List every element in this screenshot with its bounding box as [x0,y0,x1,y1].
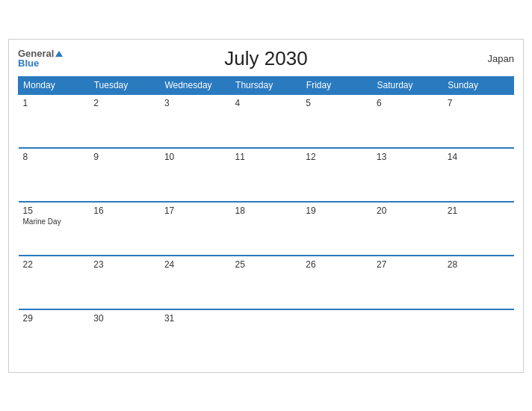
day-number: 26 [306,259,368,270]
day-number: 17 [164,206,226,216]
day-number: 4 [235,98,297,108]
day-number: 8 [23,152,85,162]
day-cell: 27 [372,256,443,309]
day-cell: 4 [231,94,302,148]
day-cell: 28 [443,256,514,309]
header-tuesday: Tuesday [89,76,160,94]
day-cell: 15Marine Day [19,202,90,256]
day-cell: 10 [160,148,231,202]
day-cell: 7 [443,94,514,148]
week-row-4: 22232425262728 [19,256,514,309]
day-cell [231,309,302,363]
day-cell: 17 [160,202,231,256]
day-number: 21 [448,206,510,216]
day-cell: 29 [19,309,90,363]
day-cell: 25 [231,256,302,309]
day-cell: 2 [89,94,160,148]
day-cell: 14 [443,148,514,202]
day-number: 29 [23,313,85,324]
day-cell [443,309,514,363]
day-number: 6 [377,98,439,108]
header-sunday: Sunday [443,76,514,94]
logo-triangle-icon [55,51,63,57]
day-number: 30 [93,313,155,324]
calendar-container: General Blue July 2030 Japan Monday Tues… [8,39,524,373]
day-cell: 18 [231,202,302,256]
day-number: 22 [23,259,85,270]
day-number: 15 [23,206,85,216]
day-number: 5 [306,98,368,108]
week-row-1: 1234567 [19,94,514,148]
header-thursday: Thursday [231,76,302,94]
country-label: Japan [488,53,514,64]
logo: General Blue [18,49,63,68]
week-row-2: 891011121314 [19,148,514,202]
day-cell: 1 [19,94,90,148]
day-number: 16 [93,206,155,216]
day-number: 2 [93,98,155,108]
day-number: 31 [164,313,226,324]
week-row-5: 293031 [19,309,514,363]
day-number: 14 [448,152,510,162]
day-number: 1 [23,98,85,108]
day-number: 27 [377,259,439,270]
calendar-header: General Blue July 2030 Japan [18,47,514,70]
calendar-title: July 2030 [224,47,307,70]
day-number: 7 [448,98,510,108]
day-number: 28 [448,259,510,270]
logo-blue-text: Blue [18,58,63,68]
day-cell: 26 [301,256,372,309]
calendar-grid: Monday Tuesday Wednesday Thursday Friday… [18,76,514,363]
day-cell: 9 [89,148,160,202]
day-cell: 11 [231,148,302,202]
day-number: 12 [306,152,368,162]
day-cell: 22 [19,256,90,309]
day-number: 20 [377,206,439,216]
day-cell: 31 [160,309,231,363]
day-cell: 21 [443,202,514,256]
day-cell: 16 [89,202,160,256]
day-cell: 8 [19,148,90,202]
day-cell [372,309,443,363]
day-cell: 13 [372,148,443,202]
day-cell [301,309,372,363]
header-saturday: Saturday [372,76,443,94]
day-number: 3 [164,98,226,108]
day-cell: 24 [160,256,231,309]
day-cell: 20 [372,202,443,256]
header-wednesday: Wednesday [160,76,231,94]
holiday-label: Marine Day [23,217,85,226]
day-header-row: Monday Tuesday Wednesday Thursday Friday… [19,76,514,94]
day-number: 18 [235,206,297,216]
day-number: 25 [235,259,297,270]
day-number: 10 [164,152,226,162]
day-cell: 3 [160,94,231,148]
day-number: 24 [164,259,226,270]
day-cell: 19 [301,202,372,256]
day-number: 9 [93,152,155,162]
header-monday: Monday [19,76,90,94]
day-number: 19 [306,206,368,216]
day-number: 11 [235,152,297,162]
day-cell: 23 [89,256,160,309]
day-number: 23 [93,259,155,270]
day-cell: 5 [301,94,372,148]
day-number: 13 [377,152,439,162]
header-friday: Friday [301,76,372,94]
day-cell: 6 [372,94,443,148]
week-row-3: 15Marine Day161718192021 [19,202,514,256]
day-cell: 12 [301,148,372,202]
day-cell: 30 [89,309,160,363]
